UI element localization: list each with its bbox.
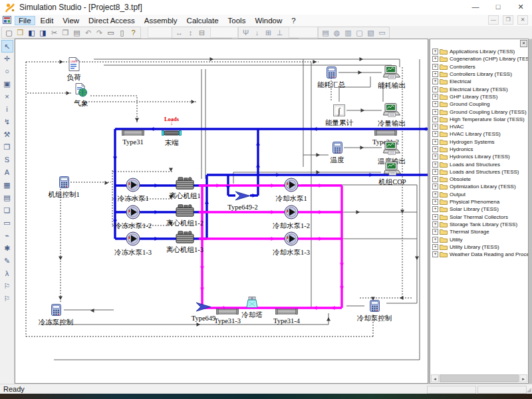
- expand-icon[interactable]: +: [432, 176, 438, 182]
- snapshot-tool[interactable]: ▣: [1, 78, 13, 90]
- library-item-thermal-storage[interactable]: +Thermal Storage: [430, 228, 528, 235]
- link-tool[interactable]: ↯: [1, 116, 13, 128]
- weather-node[interactable]: 气象: [53, 83, 109, 107]
- resize-grip[interactable]: ◢: [527, 386, 531, 393]
- menu-tools[interactable]: Tools: [224, 16, 250, 25]
- expand-icon[interactable]: +: [432, 71, 438, 77]
- card-icon[interactable]: ▭: [376, 28, 388, 38]
- fit-horizontal-icon[interactable]: ↔: [174, 28, 185, 38]
- expand-icon[interactable]: +: [432, 131, 438, 137]
- print-preview-icon[interactable]: ▯: [116, 28, 128, 38]
- print-icon[interactable]: ▭: [105, 28, 116, 38]
- layers-tool[interactable]: ❏: [1, 204, 13, 217]
- assembly-tree-icon[interactable]: Ψ: [240, 28, 251, 38]
- terminal-node[interactable]: Loads↓末端: [144, 127, 200, 146]
- duplicate-tool[interactable]: ❐: [1, 141, 13, 154]
- paste-icon[interactable]: ▤: [71, 28, 82, 38]
- library-item-solar-thermal-collectors[interactable]: +Solar Thermal Collectors: [430, 213, 528, 221]
- pen-tool[interactable]: ✎: [1, 255, 13, 267]
- report-icon[interactable]: ▢: [354, 28, 365, 38]
- cw-pump-control-node[interactable]: 冷却泵控制: [346, 300, 402, 322]
- scroll-left-icon[interactable]: ◂: [431, 374, 439, 382]
- table-icon[interactable]: ⊞: [263, 28, 274, 38]
- flag-b-tool[interactable]: ⚐: [1, 293, 13, 305]
- library-item-optimization-library-tess[interactable]: +Optimization Library (TESS): [430, 183, 528, 190]
- output-manager-icon[interactable]: ▤: [320, 28, 331, 38]
- expand-icon[interactable]: +: [432, 244, 438, 250]
- cooling-output-node[interactable]: 冷量输出: [364, 103, 420, 127]
- zoom-tool[interactable]: ○: [1, 65, 13, 78]
- close-button[interactable]: ✕: [509, 0, 532, 15]
- library-item-loads-and-structures[interactable]: +Loads and Structures: [430, 160, 528, 168]
- menu-assembly[interactable]: Assembly: [140, 16, 182, 25]
- fit-vertical-icon[interactable]: ↕: [185, 28, 196, 38]
- mdi-close-button[interactable]: ✕: [517, 15, 528, 25]
- copy-icon[interactable]: ❐: [60, 28, 71, 38]
- redo-icon[interactable]: ↷: [94, 28, 105, 38]
- library-item-electrical[interactable]: +Electrical: [430, 78, 528, 85]
- scroll-right-icon[interactable]: ▸: [519, 374, 527, 382]
- unit-cop-node[interactable]: 机组COP: [364, 162, 420, 186]
- library-item-physical-phenomena[interactable]: +Physical Phenomena: [430, 198, 528, 205]
- sort-down-icon[interactable]: ↓: [251, 28, 263, 38]
- expand-icon[interactable]: +: [432, 49, 438, 55]
- chw-pump-control-node[interactable]: 冷冻泵控制: [28, 304, 84, 326]
- library-item-obsolete[interactable]: +Obsolete: [430, 176, 528, 183]
- menu-direct-access[interactable]: Direct Access: [84, 16, 139, 25]
- energy-sum-node[interactable]: 能耗汇总: [303, 66, 359, 88]
- expand-icon[interactable]: +: [432, 169, 438, 175]
- library-item-ground-coupling-library-tess[interactable]: +Ground Coupling Library (TESS): [430, 108, 528, 115]
- diverter-type649-2[interactable]: Type649-2: [215, 191, 271, 211]
- card-tool[interactable]: ▭: [1, 217, 13, 229]
- load-file-node[interactable]: USER负荷: [46, 57, 102, 81]
- save-all-icon[interactable]: ◨: [37, 28, 49, 38]
- expand-icon[interactable]: +: [432, 139, 438, 145]
- expand-icon[interactable]: +: [432, 56, 438, 62]
- library-item-hydronics[interactable]: +Hydronics: [430, 146, 528, 153]
- drawing-canvas[interactable]: USER负荷气象Type31Loads↓末端Type31-2机组控制1冷冻水泵1…: [15, 39, 428, 384]
- library-item-utility[interactable]: +Utility: [430, 235, 528, 243]
- expand-icon[interactable]: +: [432, 101, 438, 107]
- menu-calculate[interactable]: Calculate: [183, 16, 223, 25]
- library-item-loads-and-structures-tess[interactable]: +Loads and Structures (TESS): [430, 168, 528, 176]
- chiller-2[interactable]: 离心机组1-2: [157, 204, 213, 227]
- menu-window[interactable]: Window: [251, 16, 286, 25]
- library-item-controllers-library-tess[interactable]: +Controllers Library (TESS): [430, 70, 528, 78]
- cw-pump-2[interactable]: 冷却水泵1-2: [263, 205, 319, 229]
- mdi-restore-button[interactable]: ❐: [503, 15, 513, 25]
- cut-icon[interactable]: ✂: [49, 28, 60, 38]
- expand-icon[interactable]: +: [432, 64, 438, 70]
- library-item-cogeneration-chp-library-tess[interactable]: +Cogeneration (CHP) Library (TESS): [430, 55, 528, 63]
- settings-tool[interactable]: ✱: [1, 242, 13, 255]
- plug-tool[interactable]: ⌁: [1, 229, 13, 242]
- library-item-ghp-library-tess[interactable]: +GHP Library (TESS): [430, 93, 528, 100]
- menu-?[interactable]: ?: [287, 16, 299, 25]
- select-tool[interactable]: ↖: [1, 40, 13, 53]
- library-item-electrical-library-tess[interactable]: +Electrical Library (TESS): [430, 85, 528, 92]
- open-file-icon[interactable]: ❒: [15, 28, 26, 38]
- chw-pump-2[interactable]: 冷冻水泵1-2: [105, 205, 161, 229]
- menu-view[interactable]: View: [59, 16, 83, 25]
- expand-icon[interactable]: +: [432, 229, 438, 235]
- new-file-icon[interactable]: ▢: [3, 28, 15, 38]
- expand-icon[interactable]: +: [432, 109, 438, 115]
- library-hscrollbar[interactable]: ◂ ▸: [431, 374, 527, 382]
- library-item-solar-library-tess[interactable]: +Solar Library (TESS): [430, 205, 528, 213]
- library-item-high-temperature-solar-tess[interactable]: +High Temperature Solar (TESS): [430, 116, 528, 123]
- cw-pump-3[interactable]: 冷却水泵1-3: [263, 231, 319, 256]
- pan-tool[interactable]: ✛: [1, 53, 13, 65]
- delete-tool[interactable]: ×: [1, 90, 13, 103]
- expand-icon[interactable]: +: [432, 146, 438, 152]
- expand-icon[interactable]: +: [432, 184, 438, 190]
- library-item-output[interactable]: +Output: [430, 191, 528, 198]
- expand-icon[interactable]: +: [432, 206, 438, 212]
- sound-icon[interactable]: ◍: [331, 28, 342, 38]
- undo-icon[interactable]: ↶: [82, 28, 94, 38]
- grid-tool[interactable]: ▦: [1, 179, 13, 192]
- temperature-node[interactable]: 温度: [309, 142, 365, 164]
- chiller-1[interactable]: 离心机组1: [157, 177, 213, 200]
- expand-icon[interactable]: +: [432, 251, 438, 257]
- save-icon[interactable]: ◧: [26, 28, 37, 38]
- building-icon[interactable]: ▥: [342, 28, 354, 38]
- maximize-button[interactable]: □: [487, 0, 509, 15]
